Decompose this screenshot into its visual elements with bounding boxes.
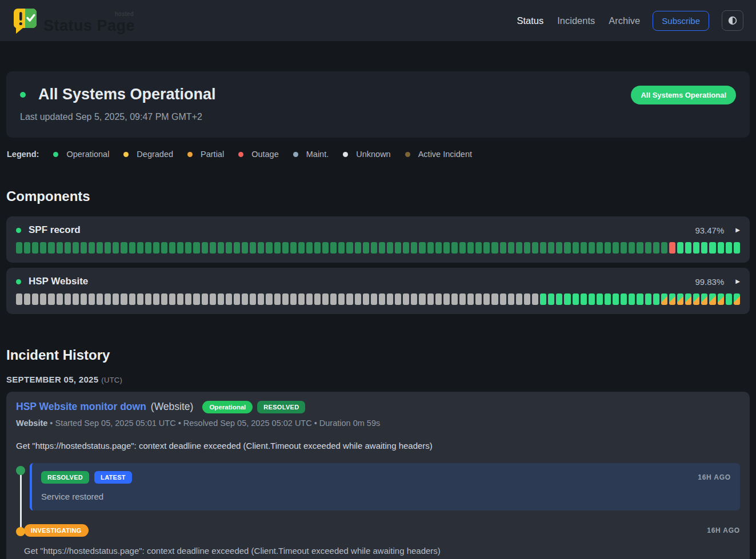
uptime-bar-op xyxy=(129,242,135,254)
uptime-bar-gray xyxy=(475,293,482,305)
uptime-bar-op xyxy=(475,242,482,254)
timeline-update: INVESTIGATING16H AGOGet "https://hosteds… xyxy=(16,524,740,556)
legend-dot xyxy=(293,152,298,157)
legend-item-unknown: Unknown xyxy=(343,150,390,159)
uptime-bar-op xyxy=(24,242,30,254)
uptime-bar-op xyxy=(371,242,377,254)
uptime-bar-gray xyxy=(419,293,425,305)
uptime-bar-gray xyxy=(427,293,434,305)
uptime-bar-mixed xyxy=(734,293,740,305)
legend-item-operational: Operational xyxy=(53,150,109,159)
uptime-bar-gray xyxy=(483,293,490,305)
uptime-bar-op xyxy=(516,242,522,254)
uptime-bar-op xyxy=(97,242,103,254)
uptime-bar-mixed xyxy=(701,293,707,305)
uptime-bar-mixed xyxy=(661,293,667,305)
uptime-bar-op xyxy=(387,242,393,254)
incident-timezone: (UTC) xyxy=(101,376,122,384)
uptime-bar-op xyxy=(89,242,95,254)
uptime-bar-op xyxy=(314,242,321,254)
uptime-bar-op xyxy=(290,242,297,254)
uptime-bar-gray xyxy=(411,293,417,305)
logo[interactable]: hosted Status Page xyxy=(13,7,135,34)
uptime-bar-gray xyxy=(355,293,361,305)
uptime-bar-gray xyxy=(346,293,353,305)
timeline-update: RESOLVEDLATEST16H AGOService restored xyxy=(16,463,740,510)
status-page-logo-icon xyxy=(13,7,38,34)
subscribe-button[interactable]: Subscribe xyxy=(653,11,709,31)
uptime-bar-gray xyxy=(443,293,450,305)
uptime-bar-gray xyxy=(467,293,474,305)
uptime-bar-op xyxy=(73,242,79,254)
incident-history-heading: Incident History xyxy=(6,347,750,363)
component-name: SPF record xyxy=(29,224,81,236)
uptime-bar-bright xyxy=(726,293,732,305)
update-time: 16H AGO xyxy=(698,473,731,481)
uptime-bar-op xyxy=(81,242,87,254)
uptime-bar-op xyxy=(40,242,46,254)
uptime-bar-op xyxy=(193,242,199,254)
component-uptime: 99.83% xyxy=(695,277,724,287)
uptime-bar-op xyxy=(306,242,313,254)
legend-item-maint-: Maint. xyxy=(293,150,329,159)
uptime-bar-op xyxy=(346,242,353,254)
uptime-bar-op xyxy=(411,242,417,254)
component-status-dot xyxy=(16,279,21,284)
uptime-bar-bright xyxy=(621,293,627,305)
uptime-bar-op xyxy=(532,242,538,254)
uptime-bar-op xyxy=(210,242,216,254)
uptime-bar-op xyxy=(137,242,143,254)
uptime-bar-gray xyxy=(40,293,46,305)
uptime-bar-op xyxy=(258,242,264,254)
nav-status[interactable]: Status xyxy=(517,15,543,26)
incident-meta: Website • Started Sep 05, 2025 05:01 UTC… xyxy=(16,419,740,428)
overall-status-dot xyxy=(20,92,26,98)
uptime-bar-op xyxy=(483,242,490,254)
uptime-bar-op xyxy=(274,242,281,254)
incident-resolved-badge: RESOLVED xyxy=(257,401,305,413)
uptime-bar-bright xyxy=(573,293,579,305)
caret-right-icon[interactable]: ▶ xyxy=(735,279,740,284)
uptime-bar-gray xyxy=(306,293,313,305)
uptime-bar-op xyxy=(48,242,54,254)
uptime-bar-op xyxy=(508,242,514,254)
logo-superscript: hosted xyxy=(115,11,134,17)
uptime-bar-op xyxy=(564,242,570,254)
uptime-bar-op xyxy=(121,242,127,254)
caret-right-icon[interactable]: ▶ xyxy=(735,227,740,233)
uptime-bar-bright xyxy=(556,293,562,305)
uptime-bar-gray xyxy=(363,293,369,305)
uptime-bar-op xyxy=(218,242,224,254)
theme-toggle-button[interactable] xyxy=(722,10,743,31)
uptime-bar-op xyxy=(202,242,208,254)
incident-title-link[interactable]: HSP Website monitor down xyxy=(16,401,146,413)
uptime-bar-gray xyxy=(32,293,38,305)
uptime-bar-gray xyxy=(97,293,103,305)
uptime-bar-op xyxy=(524,242,530,254)
uptime-bar-op xyxy=(403,242,409,254)
uptime-bar-gray xyxy=(16,293,22,305)
overall-status-title: All Systems Operational xyxy=(38,86,216,103)
uptime-bar-op xyxy=(605,242,611,254)
nav-incidents[interactable]: Incidents xyxy=(557,15,595,26)
uptime-bar-op xyxy=(113,242,119,254)
uptime-bar-op xyxy=(322,242,329,254)
uptime-bar-bright xyxy=(597,293,603,305)
uptime-bar-gray xyxy=(435,293,442,305)
uptime-bar-gray xyxy=(491,293,498,305)
update-message: Service restored xyxy=(41,492,731,501)
uptime-bar-op xyxy=(282,242,289,254)
uptime-bar-mixed xyxy=(693,293,699,305)
uptime-bar-op xyxy=(613,242,619,254)
uptime-bar-gray xyxy=(532,293,538,305)
uptime-bar-gray xyxy=(105,293,111,305)
uptime-bar-op xyxy=(32,242,38,254)
uptime-bar-gray xyxy=(508,293,514,305)
legend: Legend: OperationalDegradedPartialOutage… xyxy=(6,150,750,159)
uptime-bars xyxy=(16,242,740,254)
uptime-bar-bright xyxy=(637,293,643,305)
nav-archive[interactable]: Archive xyxy=(609,15,640,26)
uptime-bar-op xyxy=(451,242,458,254)
uptime-bar-op xyxy=(298,242,305,254)
uptime-bar-gray xyxy=(500,293,506,305)
